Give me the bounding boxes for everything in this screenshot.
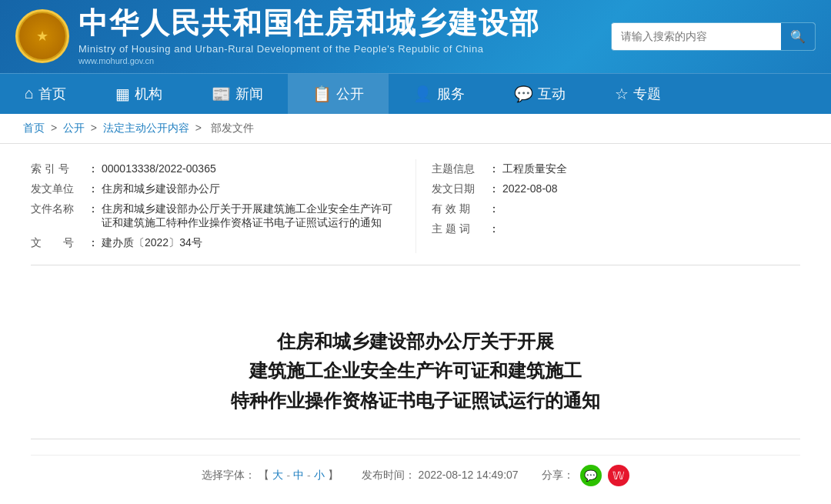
nav-item-home[interactable]: ⌂ 首页 <box>0 74 91 114</box>
meta-label-validity: 有 效 期 <box>432 202 486 216</box>
meta-value-theme: 工程质量安全 <box>502 162 800 176</box>
meta-row-keywords: 主 题 词 ： <box>432 219 800 239</box>
meta-value-index: 000013338/2022-00365 <box>102 162 400 175</box>
meta-row-issuer: 发文单位 ： 住房和城乡建设部办公厅 <box>31 179 400 199</box>
news-icon: 📰 <box>212 85 231 103</box>
search-area: 🔍 <box>611 22 816 51</box>
meta-row-validity: 有 效 期 ： <box>432 199 800 219</box>
meta-row-index: 索 引 号 ： 000013338/2022-00365 <box>31 159 400 179</box>
nav-item-news[interactable]: 📰 新闻 <box>187 74 288 114</box>
publish-label: 发布时间： <box>362 469 416 481</box>
search-box: 🔍 <box>611 22 816 51</box>
emblem-logo: ★ <box>15 9 69 63</box>
meta-label-index: 索 引 号 <box>31 162 85 176</box>
share-label: 分享： <box>542 469 574 482</box>
meta-row-theme: 主题信息 ： 工程质量安全 <box>432 159 800 179</box>
search-button[interactable]: 🔍 <box>781 23 815 50</box>
font-medium-button[interactable]: 中 <box>293 469 304 482</box>
emblem-star-icon: ★ <box>36 29 48 43</box>
site-url: www.mohurd.gov.cn <box>78 56 540 65</box>
breadcrumb-category[interactable]: 法定主动公开内容 <box>103 122 189 134</box>
breadcrumb-current: 部发文件 <box>211 122 254 134</box>
article-title-line1: 住房和城乡建设部办公厅关于开展 <box>31 327 800 356</box>
main-nav: ⌂ 首页 ▦ 机构 📰 新闻 📋 公开 👤 服务 💬 互动 <box>0 73 831 114</box>
nav-label-topic: 专题 <box>633 85 661 103</box>
logo-area: ★ 中华人民共和国住房和城乡建设部 Ministry of Housing an… <box>15 8 611 65</box>
nav-label-public: 公开 <box>336 85 364 103</box>
share-icons: 💬 𝕎 <box>580 465 629 486</box>
interact-icon: 💬 <box>514 85 533 103</box>
meta-value-docnum: 建办质〔2022〕34号 <box>102 236 400 250</box>
wechat-icon: 💬 <box>584 469 597 482</box>
meta-row-date: 发文日期 ： 2022-08-08 <box>432 179 800 199</box>
breadcrumb-sep-3: > <box>195 122 205 134</box>
nav-item-topic[interactable]: ☆ 专题 <box>590 74 686 114</box>
publish-time-block: 发布时间： 2022-08-12 14:49:07 <box>362 469 519 482</box>
nav-label-interact: 互动 <box>538 85 566 103</box>
wechat-share-button[interactable]: 💬 <box>580 465 602 486</box>
meta-row-filename: 文件名称 ： 住房和城乡建设部办公厅关于开展建筑施工企业安全生产许可证和建筑施工… <box>31 199 400 233</box>
breadcrumb: 首页 > 公开 > 法定主动公开内容 > 部发文件 <box>0 114 831 144</box>
nav-label-news: 新闻 <box>235 85 263 103</box>
breadcrumb-home[interactable]: 首页 <box>23 122 45 134</box>
nav-item-interact[interactable]: 💬 互动 <box>489 74 590 114</box>
font-small-button[interactable]: 小 <box>314 469 325 482</box>
meta-value-filename: 住房和城乡建设部办公厅关于开展建筑施工企业安全生产许可证和建筑施工特种作业操作资… <box>102 202 400 230</box>
font-size-label: 选择字体： <box>202 469 255 482</box>
nav-item-org[interactable]: ▦ 机构 <box>91 74 187 114</box>
footer-bar: 选择字体： 【 大 - 中 - 小 】 发布时间： 2022-08-12 14:… <box>31 455 800 496</box>
meta-value-issuer: 住房和城乡建设部办公厅 <box>102 182 400 196</box>
weibo-icon: 𝕎 <box>612 469 625 482</box>
meta-label-keywords: 主 题 词 <box>432 222 486 236</box>
meta-label-filename: 文件名称 <box>31 202 85 216</box>
public-icon: 📋 <box>312 85 332 103</box>
breadcrumb-sep-2: > <box>91 122 100 134</box>
search-input[interactable] <box>612 24 781 48</box>
meta-row-docnum: 文 号 ： 建办质〔2022〕34号 <box>31 233 400 253</box>
service-icon: 👤 <box>413 85 432 103</box>
nav-label-service: 服务 <box>437 85 465 103</box>
nav-item-public[interactable]: 📋 公开 <box>288 74 389 114</box>
meta-label-issuer: 发文单位 <box>31 182 85 196</box>
share-area: 分享： 💬 𝕎 <box>542 465 629 486</box>
font-size-controls: 选择字体： 【 大 - 中 - 小 】 <box>202 469 338 482</box>
meta-label-date: 发文日期 <box>432 182 486 196</box>
weibo-share-button[interactable]: 𝕎 <box>608 465 629 486</box>
topic-icon: ☆ <box>615 85 629 103</box>
site-title: 中华人民共和国住房和城乡建设部 <box>78 8 540 40</box>
nav-item-service[interactable]: 👤 服务 <box>389 74 489 114</box>
article-title: 住房和城乡建设部办公厅关于开展 建筑施工企业安全生产许可证和建筑施工 特种作业操… <box>31 327 800 416</box>
meta-value-date: 2022-08-08 <box>502 182 800 195</box>
meta-grid: 索 引 号 ： 000013338/2022-00365 发文单位 ： 住房和城… <box>31 159 800 265</box>
breadcrumb-public[interactable]: 公开 <box>63 122 85 134</box>
home-icon: ⌂ <box>25 85 34 102</box>
publish-time-value: 2022-08-12 14:49:07 <box>419 469 519 481</box>
nav-label-org: 机构 <box>135 85 162 103</box>
article-title-line3: 特种作业操作资格证书电子证照试运行的通知 <box>31 386 800 416</box>
article-section: 住房和城乡建设部办公厅关于开展 建筑施工企业安全生产许可证和建筑施工 特种作业操… <box>0 304 831 504</box>
meta-label-docnum: 文 号 <box>31 236 85 250</box>
font-large-button[interactable]: 大 <box>272 469 283 482</box>
article-divider <box>31 439 800 439</box>
meta-label-theme: 主题信息 <box>432 162 486 176</box>
breadcrumb-sep-1: > <box>51 122 60 134</box>
meta-right: 主题信息 ： 工程质量安全 发文日期 ： 2022-08-08 有 效 期 ： … <box>416 159 800 253</box>
font-size-bracket-open: 【 <box>259 469 269 482</box>
meta-left: 索 引 号 ： 000013338/2022-00365 发文单位 ： 住房和城… <box>31 159 416 253</box>
logo-text-block: 中华人民共和国住房和城乡建设部 Ministry of Housing and … <box>78 8 540 65</box>
main-content: 索 引 号 ： 000013338/2022-00365 发文单位 ： 住房和城… <box>0 144 831 304</box>
site-subtitle: Ministry of Housing and Urban-Rural Deve… <box>78 43 540 55</box>
org-icon: ▦ <box>115 85 130 103</box>
article-title-line2: 建筑施工企业安全生产许可证和建筑施工 <box>31 356 800 386</box>
font-size-bracket-close: 】 <box>328 469 339 482</box>
nav-label-home: 首页 <box>38 85 66 103</box>
